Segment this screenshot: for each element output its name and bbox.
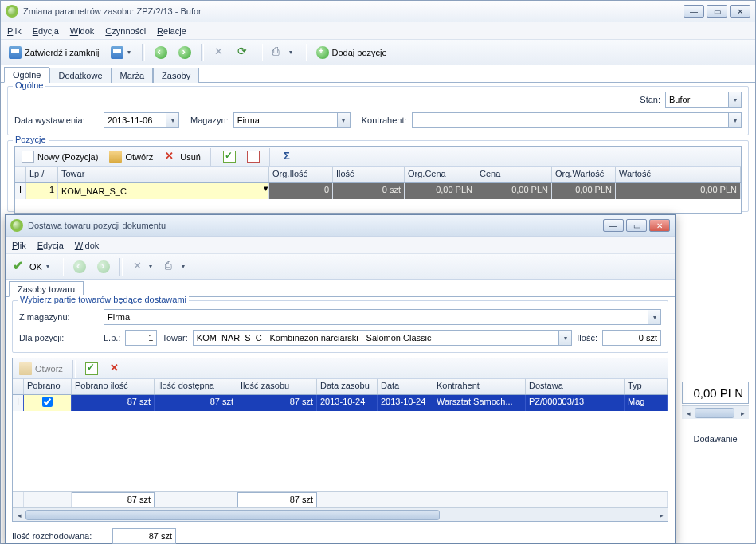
towar-combo[interactable]: ▾: [193, 330, 573, 346]
chevron-down-icon[interactable]: [181, 258, 186, 276]
magazyn-combo[interactable]: ▾: [233, 112, 351, 128]
pobrano-checkbox[interactable]: [42, 397, 53, 407]
chevron-down-icon[interactable]: ▾: [337, 112, 351, 128]
chevron-down-icon[interactable]: ▾: [264, 183, 268, 198]
col-marker[interactable]: [15, 167, 26, 182]
child-menu-widok[interactable]: Widok: [75, 241, 100, 250]
child-uncheck-button[interactable]: [106, 360, 125, 378]
menu-plik[interactable]: Plik: [7, 26, 22, 36]
confirm-close-button[interactable]: Zatwierdź i zamknij: [6, 44, 103, 61]
ilosc-input[interactable]: [602, 330, 661, 346]
col-ilosc[interactable]: Ilość: [333, 167, 405, 182]
forward-button[interactable]: [175, 44, 194, 61]
uncheck-button[interactable]: [244, 148, 263, 166]
tab-zasoby[interactable]: Zasoby: [153, 68, 199, 83]
z-magazynu-combo[interactable]: ▾: [104, 309, 661, 325]
menu-widok[interactable]: Widok: [70, 26, 95, 36]
stan-combo[interactable]: ▾: [665, 92, 742, 108]
col-orgwartosc[interactable]: Org.Wartość: [552, 167, 616, 182]
chevron-down-icon[interactable]: ▾: [558, 330, 572, 346]
col-cena[interactable]: Cena: [476, 167, 552, 182]
z-magazynu-input[interactable]: [104, 309, 648, 325]
col-wartosc[interactable]: Wartość: [616, 167, 741, 182]
delivery-row[interactable]: I 87 szt 87 szt 87 szt 2013-10-24 2013-1…: [13, 395, 668, 411]
maximize-button[interactable]: ▭: [707, 5, 727, 18]
col-pobrano-ilosc[interactable]: Pobrano ilość: [72, 379, 155, 394]
col-data-zasobu[interactable]: Data zasobu: [317, 379, 378, 394]
chevron-down-icon[interactable]: [127, 44, 132, 61]
kontrahent-input[interactable]: [412, 112, 728, 128]
col-zasobu[interactable]: Ilość zasobu: [237, 379, 317, 394]
col-orgilosc[interactable]: Org.Ilość: [269, 167, 333, 182]
col-orgcena[interactable]: Org.Cena: [405, 167, 476, 182]
chevron-down-icon[interactable]: ▾: [728, 92, 742, 108]
towar-input[interactable]: [58, 183, 264, 198]
delete-position-button[interactable]: Usuń: [161, 148, 204, 166]
tab-dodatkowe[interactable]: Dodatkowe: [49, 68, 111, 83]
lp-input[interactable]: [125, 330, 157, 346]
child-open-button[interactable]: Otwórz: [16, 360, 66, 378]
minimize-button[interactable]: —: [684, 5, 704, 18]
child-minimize-button[interactable]: —: [603, 219, 624, 232]
child-back-button[interactable]: [70, 258, 89, 276]
date-combo[interactable]: ▾: [104, 112, 179, 128]
col-lp[interactable]: Lp /: [26, 167, 58, 182]
menu-czynnosci[interactable]: Czynności: [105, 26, 146, 36]
print-button[interactable]: [269, 44, 297, 61]
tab-marza[interactable]: Marża: [112, 68, 154, 83]
magazyn-input[interactable]: [233, 112, 337, 128]
chevron-down-icon[interactable]: [288, 44, 294, 61]
new-position-button[interactable]: Nowy (Pozycja): [18, 148, 101, 166]
col-dostawa[interactable]: Dostawa: [526, 379, 625, 394]
chevron-down-icon[interactable]: [45, 258, 51, 276]
save-button[interactable]: [108, 44, 135, 61]
grid-h-scrollbar[interactable]: ◂▸: [13, 507, 668, 521]
child-close-button[interactable]: ✕: [649, 219, 670, 232]
child-menubar: Plik Edycja Widok: [6, 237, 675, 254]
add-position-button[interactable]: Dodaj pozycje: [313, 44, 390, 61]
save-icon: [111, 46, 123, 59]
col-marker[interactable]: [13, 379, 24, 394]
refresh-button[interactable]: [234, 44, 253, 61]
chevron-down-icon[interactable]: [148, 258, 154, 276]
stan-input[interactable]: [665, 92, 728, 108]
child-tools-button[interactable]: [129, 258, 157, 276]
col-pobrano[interactable]: Pobrano: [24, 379, 72, 394]
child-check-button[interactable]: [82, 360, 101, 378]
sigma-button[interactable]: [279, 148, 298, 166]
plus-icon: [316, 46, 329, 59]
menu-edycja[interactable]: Edycja: [33, 26, 59, 36]
check-button[interactable]: [220, 148, 239, 166]
towar-input[interactable]: [193, 330, 559, 346]
col-towar[interactable]: Towar: [58, 167, 269, 182]
menu-relacje[interactable]: Relacje: [157, 26, 186, 36]
close-button[interactable]: ✕: [730, 5, 750, 18]
child-maximize-button[interactable]: ▭: [626, 219, 647, 232]
chevron-down-icon[interactable]: ▾: [166, 112, 179, 128]
col-typ[interactable]: Typ: [625, 379, 668, 394]
cell-pobrano[interactable]: [24, 395, 72, 411]
cell-kontrahent: Warsztat Samoch...: [433, 395, 526, 411]
date-input[interactable]: [104, 112, 166, 128]
col-kontrahent[interactable]: Kontrahent: [433, 379, 526, 394]
child-menu-edycja[interactable]: Edycja: [37, 241, 64, 250]
child-print-button[interactable]: [162, 258, 190, 276]
ok-button[interactable]: OK: [10, 258, 54, 276]
cell-towar[interactable]: ▾: [58, 183, 269, 199]
chevron-down-icon[interactable]: ▾: [648, 309, 661, 325]
side-scrollbar[interactable]: ◂▸: [682, 405, 749, 419]
main-toolbar: Zatwierdź i zamknij Dodaj pozycje: [1, 40, 755, 65]
chevron-down-icon[interactable]: ▾: [728, 112, 742, 128]
kontrahent-combo[interactable]: ▾: [412, 112, 742, 128]
child-menu-plik[interactable]: Plik: [12, 241, 26, 250]
child-forward-button[interactable]: [94, 258, 113, 276]
main-titlebar[interactable]: Zmiana parametrów zasobu: ZPZ/?/13 - Buf…: [1, 1, 755, 22]
tools-button[interactable]: [210, 44, 229, 61]
open-position-button[interactable]: Otwórz: [106, 148, 156, 166]
col-data[interactable]: Data: [378, 379, 433, 394]
add-position-label: Dodaj pozycje: [332, 48, 387, 57]
col-dostepna[interactable]: Ilość dostępna: [155, 379, 237, 394]
child-titlebar[interactable]: Dostawa towaru pozycji dokumentu — ▭ ✕: [6, 215, 675, 237]
positions-row[interactable]: I 1 ▾ 0 0 szt 0,00 PLN 0,00 PLN 0,00 PLN…: [15, 183, 741, 199]
back-button[interactable]: [151, 44, 170, 61]
